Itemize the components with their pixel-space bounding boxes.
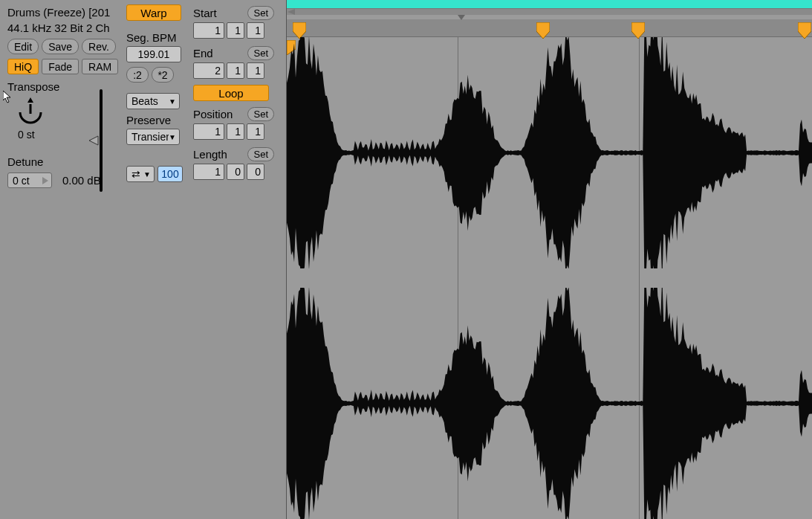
waveform-right-channel <box>287 288 812 519</box>
warp-marker-icon[interactable] <box>536 22 550 39</box>
gain-track <box>100 89 103 192</box>
start-sixteenths[interactable]: 1 <box>247 22 264 39</box>
seg-bpm-value[interactable]: 199.01 <box>126 46 181 62</box>
gain-thumb-icon[interactable] <box>88 135 99 146</box>
warp-marker-icon[interactable] <box>293 22 306 39</box>
audio-format: 44.1 kHz 32 Bit 2 Ch <box>7 20 120 39</box>
mouse-cursor-icon <box>3 91 13 106</box>
seg-bpm-label: Seg. BPM <box>126 31 190 44</box>
warp-marker-track[interactable] <box>287 19 812 37</box>
clip-title[interactable]: Drums (Freeze) [201 <box>7 4 120 20</box>
bpm-half-button[interactable]: :2 <box>126 67 149 83</box>
warp-button[interactable]: Warp <box>126 4 181 21</box>
position-set-button[interactable]: Set <box>247 107 274 121</box>
end-label: End <box>193 47 213 59</box>
position-label: Position <box>193 108 233 120</box>
start-label: Start <box>193 7 217 19</box>
position-beats[interactable]: 1 <box>227 123 244 140</box>
warp-mode-dropdown[interactable]: Beats ▼ <box>126 93 180 109</box>
save-button[interactable]: Save <box>42 39 79 54</box>
preserve-label: Preserve <box>126 114 190 126</box>
reverse-button[interactable]: Rev. <box>82 39 116 54</box>
start-set-button[interactable]: Set <box>247 6 274 20</box>
detune-value-text: 0 ct <box>13 175 30 187</box>
detune-value[interactable]: 0 ct <box>7 173 52 188</box>
loop-brace[interactable] <box>287 0 812 9</box>
grain-value[interactable]: 100 <box>157 166 183 182</box>
preserve-dropdown[interactable]: Transier ▼ <box>126 129 180 145</box>
length-label: Length <box>193 148 227 161</box>
warp-marker-icon[interactable] <box>631 22 645 39</box>
end-set-button[interactable]: Set <box>247 46 274 60</box>
end-beats[interactable]: 1 <box>227 62 244 79</box>
ram-button[interactable]: RAM <box>82 59 118 74</box>
gain-slider[interactable] <box>91 89 110 192</box>
clip-properties-panel: Drums (Freeze) [201 44.1 kHz 32 Bit 2 Ch… <box>0 0 286 519</box>
warp-marker-icon[interactable] <box>798 22 811 39</box>
transpose-knob[interactable] <box>15 97 46 129</box>
transient-caret-icon <box>458 15 465 20</box>
ruler-arrow-icon <box>287 9 296 15</box>
grain-mode-dropdown[interactable]: ⇄ ▼ <box>126 166 155 182</box>
fade-button[interactable]: Fade <box>42 59 79 74</box>
length-set-button[interactable]: Set <box>247 147 274 161</box>
start-bars[interactable]: 1 <box>193 22 224 39</box>
position-bars[interactable]: 1 <box>193 123 224 140</box>
loop-button[interactable]: Loop <box>193 85 269 101</box>
length-beats[interactable]: 0 <box>227 164 244 180</box>
end-bars[interactable]: 2 <box>193 62 224 79</box>
waveform-canvas[interactable] <box>287 37 812 519</box>
edit-button[interactable]: Edit <box>7 39 39 54</box>
beat-ruler[interactable] <box>287 9 812 15</box>
dropdown-triangle-icon: ▼ <box>169 133 176 141</box>
loop-arrows-icon: ⇄ <box>131 168 140 180</box>
waveform-display[interactable] <box>286 0 812 519</box>
dropdown-triangle-icon: ▼ <box>169 97 176 106</box>
position-sixteenths[interactable]: 1 <box>247 123 264 140</box>
hiq-button[interactable]: HiQ <box>7 59 39 74</box>
end-sixteenths[interactable]: 1 <box>247 62 264 79</box>
bpm-double-button[interactable]: *2 <box>152 67 174 83</box>
length-bars[interactable]: 1 <box>193 164 224 180</box>
start-beats[interactable]: 1 <box>227 22 244 39</box>
warp-mode-value: Beats <box>131 95 158 107</box>
length-sixteenths[interactable]: 0 <box>247 164 264 180</box>
svg-marker-0 <box>27 97 33 103</box>
preserve-value: Transier <box>131 131 169 143</box>
detune-spinner-icon <box>42 177 48 184</box>
dropdown-triangle-icon: ▼ <box>143 170 151 178</box>
waveform-left-channel <box>287 37 812 268</box>
